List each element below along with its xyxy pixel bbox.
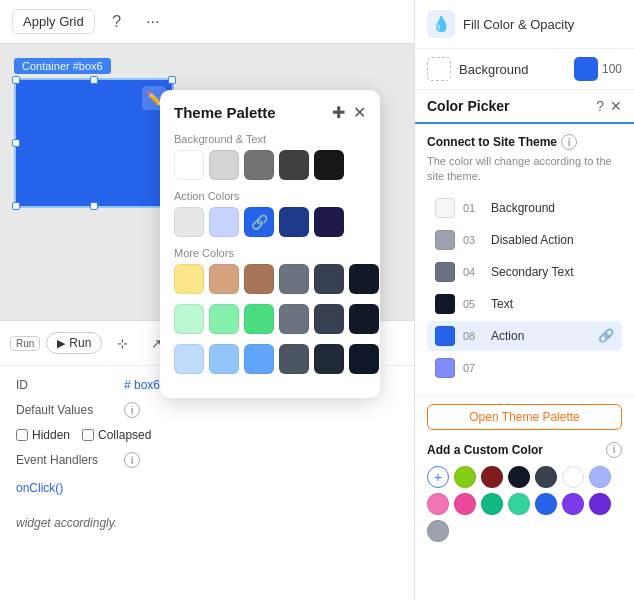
hidden-label: Hidden — [32, 428, 70, 442]
swatch-action-4[interactable] — [279, 207, 309, 237]
connect-desc: The color will change according to the s… — [427, 154, 622, 185]
swatch-more-2-2[interactable] — [209, 304, 239, 334]
swatch-more-3-6[interactable] — [349, 344, 379, 374]
custom-swatch-lavender[interactable] — [589, 466, 611, 488]
theme-num-05: 05 — [463, 298, 483, 310]
swatch-more-1-5[interactable] — [314, 264, 344, 294]
hidden-checkbox[interactable] — [16, 429, 28, 441]
swatch-more-3-1[interactable] — [174, 344, 204, 374]
swatch-action-3-linked[interactable]: 🔗 — [244, 207, 274, 237]
swatch-action-1[interactable] — [174, 207, 204, 237]
widget-text: widget accordingly. — [0, 508, 420, 538]
resize-handle-ml[interactable] — [12, 139, 20, 147]
custom-info-icon[interactable]: i — [606, 442, 622, 458]
theme-item-04[interactable]: 04 Secondary Text — [427, 257, 622, 287]
custom-swatch-lime[interactable] — [454, 466, 476, 488]
right-panel: 💧 Fill Color & Opacity Background 100 Co… — [414, 0, 634, 600]
custom-swatch-white[interactable] — [562, 466, 584, 488]
event-handlers-info-icon[interactable]: i — [124, 452, 140, 468]
custom-swatch-emerald[interactable] — [481, 493, 503, 515]
swatch-more-2-1[interactable] — [174, 304, 204, 334]
run-button[interactable]: ▶ Run — [46, 332, 102, 354]
custom-swatch-violet[interactable] — [589, 493, 611, 515]
custom-swatch-pink[interactable] — [427, 493, 449, 515]
resize-handle-tl[interactable] — [12, 76, 20, 84]
custom-swatch-purple[interactable] — [562, 493, 584, 515]
more-colors-row2 — [174, 304, 366, 334]
collapsed-checkbox[interactable] — [82, 429, 94, 441]
open-theme-palette-button[interactable]: Open Theme Palette — [427, 404, 622, 430]
custom-swatch-blue[interactable] — [535, 493, 557, 515]
resize-handle-tm[interactable] — [90, 76, 98, 84]
blue-container-box[interactable]: ✏️ — [14, 78, 174, 208]
swatch-action-5[interactable] — [314, 207, 344, 237]
bg-right: 100 — [574, 57, 622, 81]
default-values-row: Default Values i — [16, 402, 404, 418]
swatch-more-2-4[interactable] — [279, 304, 309, 334]
fill-title: Fill Color & Opacity — [463, 17, 574, 32]
background-dashed-icon[interactable] — [427, 57, 451, 81]
select-icon[interactable]: ⊹ — [108, 329, 136, 357]
theme-swatch-08 — [435, 326, 455, 346]
theme-item-05[interactable]: 05 Text — [427, 289, 622, 319]
swatch-more-3-4[interactable] — [279, 344, 309, 374]
collapsed-checkbox-item[interactable]: Collapsed — [82, 428, 151, 442]
swatch-light-gray[interactable] — [209, 150, 239, 180]
connect-info-icon[interactable]: i — [561, 134, 577, 150]
hidden-checkbox-item[interactable]: Hidden — [16, 428, 70, 442]
swatch-more-1-6[interactable] — [349, 264, 379, 294]
bg-text-section-label: Background & Text — [174, 133, 366, 145]
background-row: Background 100 — [415, 49, 634, 90]
palette-add-icon[interactable]: ✚ — [332, 105, 345, 121]
onclick-label[interactable]: onClick() — [16, 481, 63, 495]
add-color-button[interactable]: + — [427, 466, 449, 488]
cp-help-icon[interactable]: ? — [596, 98, 604, 114]
apply-grid-button[interactable]: Apply Grid — [12, 9, 95, 34]
resize-handle-bl[interactable] — [12, 202, 20, 210]
collapsed-label: Collapsed — [98, 428, 151, 442]
theme-item-08[interactable]: 08 Action 🔗 — [427, 321, 622, 351]
custom-colors-title: Add a Custom Color — [427, 443, 543, 457]
swatch-mid-gray[interactable] — [244, 150, 274, 180]
help-icon[interactable]: ? — [103, 8, 131, 36]
swatch-more-3-2[interactable] — [209, 344, 239, 374]
swatch-more-2-5[interactable] — [314, 304, 344, 334]
opacity-value: 100 — [602, 62, 622, 76]
custom-swatch-hot-pink[interactable] — [454, 493, 476, 515]
resize-handle-bm[interactable] — [90, 202, 98, 210]
swatch-dark-gray[interactable] — [279, 150, 309, 180]
swatch-more-3-3[interactable] — [244, 344, 274, 374]
custom-swatch-dark-gray[interactable] — [535, 466, 557, 488]
cp-close-icon[interactable]: ✕ — [610, 98, 622, 114]
custom-swatch-green[interactable] — [508, 493, 530, 515]
palette-header-icons: ✚ ✕ — [332, 105, 366, 121]
palette-title: Theme Palette — [174, 104, 276, 121]
more-icon[interactable]: ··· — [139, 8, 167, 36]
theme-num-03: 03 — [463, 234, 483, 246]
swatch-more-1-1[interactable] — [174, 264, 204, 294]
resize-handle-tr[interactable] — [168, 76, 176, 84]
theme-name-04: Secondary Text — [491, 265, 614, 279]
active-color-swatch[interactable] — [574, 57, 598, 81]
theme-item-01[interactable]: 01 Background — [427, 193, 622, 223]
palette-close-icon[interactable]: ✕ — [353, 105, 366, 121]
theme-item-07[interactable]: 07 — [427, 353, 622, 383]
swatch-white[interactable] — [174, 150, 204, 180]
swatch-more-1-4[interactable] — [279, 264, 309, 294]
theme-item-03[interactable]: 03 Disabled Action — [427, 225, 622, 255]
swatch-action-2[interactable] — [209, 207, 239, 237]
swatch-more-1-2[interactable] — [209, 264, 239, 294]
swatch-more-2-3[interactable] — [244, 304, 274, 334]
theme-num-01: 01 — [463, 202, 483, 214]
swatch-more-3-5[interactable] — [314, 344, 344, 374]
default-values-info-icon[interactable]: i — [124, 402, 140, 418]
swatch-more-2-6[interactable] — [349, 304, 379, 334]
api-badge: Run — [10, 336, 40, 351]
custom-swatch-gray[interactable] — [427, 520, 449, 542]
swatch-more-1-3[interactable] — [244, 264, 274, 294]
custom-swatch-dark-red[interactable] — [481, 466, 503, 488]
swatch-black[interactable] — [314, 150, 344, 180]
theme-swatch-03 — [435, 230, 455, 250]
onclick-link[interactable]: onClick() — [16, 478, 404, 496]
custom-swatch-near-black[interactable] — [508, 466, 530, 488]
